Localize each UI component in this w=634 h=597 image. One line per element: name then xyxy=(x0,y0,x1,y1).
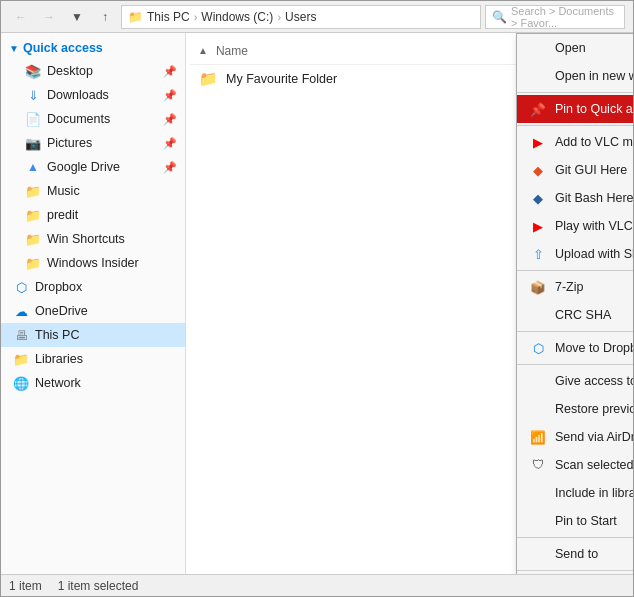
context-menu: Open Open in new window 📌 Pin to Quick a… xyxy=(516,33,633,574)
ctx-item-upload-sharex[interactable]: ⇧ Upload with ShareX xyxy=(517,240,633,268)
address-part: This PC xyxy=(147,10,190,24)
pin-icon: 📌 xyxy=(529,100,547,118)
file-name: My Favourite Folder xyxy=(226,72,337,86)
sidebar-item-downloads[interactable]: ⇓ Downloads 📌 xyxy=(1,83,185,107)
ctx-label: Scan selected items for viruses xyxy=(555,458,633,472)
pin-icon: 📌 xyxy=(163,161,177,174)
sidebar-item-win-shortcuts[interactable]: 📁 Win Shortcuts xyxy=(1,227,185,251)
ctx-item-open-new-window[interactable]: Open in new window xyxy=(517,62,633,90)
sidebar-item-music[interactable]: 📁 Music xyxy=(1,179,185,203)
ctx-item-send-airdroid[interactable]: 📶 Send via AirDroid xyxy=(517,423,633,451)
ctx-label: Pin to Start xyxy=(555,514,633,528)
recent-button[interactable]: ▼ xyxy=(65,5,89,29)
ctx-separator xyxy=(517,570,633,571)
ctx-item-crc-sha[interactable]: CRC SHA ► xyxy=(517,301,633,329)
ctx-item-pin-quick-access[interactable]: 📌 Pin to Quick access xyxy=(517,95,633,123)
statusbar: 1 item 1 item selected xyxy=(1,574,633,596)
sidebar-item-this-pc[interactable]: 🖶 This PC xyxy=(1,323,185,347)
sidebar-item-documents[interactable]: 📄 Documents 📌 xyxy=(1,107,185,131)
ctx-item-play-vlc[interactable]: ▶ Play with VLC media player xyxy=(517,212,633,240)
item-count: 1 item xyxy=(9,579,42,593)
back-button[interactable]: ← xyxy=(9,5,33,29)
network-icon: 🌐 xyxy=(13,375,29,391)
sidebar-item-label: Music xyxy=(47,184,177,198)
ctx-item-include-library[interactable]: Include in library ► xyxy=(517,479,633,507)
music-icon: 📁 xyxy=(25,183,41,199)
pin-icon: 📌 xyxy=(163,65,177,78)
libraries-icon: 📁 xyxy=(13,351,29,367)
separator: › xyxy=(277,11,281,23)
shortcuts-icon: 📁 xyxy=(25,231,41,247)
sidebar: ▼ Quick access 📚 Desktop 📌 ⇓ Downloads 📌… xyxy=(1,33,186,574)
ctx-label: Play with VLC media player xyxy=(555,219,633,233)
vlc-play-icon: ▶ xyxy=(529,217,547,235)
this-pc-icon: 🖶 xyxy=(13,327,29,343)
ctx-item-add-to-vlc[interactable]: ▶ Add to VLC media player's Playlist xyxy=(517,128,633,156)
sidebar-section-label: Quick access xyxy=(23,41,103,55)
sidebar-section-quick-access[interactable]: ▼ Quick access xyxy=(1,37,185,59)
sidebar-item-label: This PC xyxy=(35,328,177,342)
ctx-item-pin-start[interactable]: Pin to Start xyxy=(517,507,633,535)
ctx-separator xyxy=(517,537,633,538)
ctx-item-git-bash[interactable]: ◆ Git Bash Here xyxy=(517,184,633,212)
ctx-item-restore-previous[interactable]: Restore previous versions xyxy=(517,395,633,423)
ctx-item-cut[interactable]: Cut xyxy=(517,573,633,574)
sidebar-item-label: Windows Insider xyxy=(47,256,177,270)
ctx-label: Add to VLC media player's Playlist xyxy=(555,135,633,149)
airdroid-icon: 📶 xyxy=(529,428,547,446)
search-box[interactable]: 🔍 Search > Documents > Favor... xyxy=(485,5,625,29)
folder-icon: 📁 xyxy=(198,69,218,89)
sidebar-item-label: Documents xyxy=(47,112,157,126)
git-bash-icon: ◆ xyxy=(529,189,547,207)
sidebar-item-label: Dropbox xyxy=(35,280,177,294)
sidebar-item-windows-insider[interactable]: 📁 Windows Insider xyxy=(1,251,185,275)
sidebar-item-label: predit xyxy=(47,208,177,222)
git-gui-icon: ◆ xyxy=(529,161,547,179)
sidebar-item-dropbox[interactable]: ⬡ Dropbox xyxy=(1,275,185,299)
search-placeholder: Search > Documents > Favor... xyxy=(511,5,618,29)
selected-count: 1 item selected xyxy=(58,579,139,593)
ctx-label: Move to Dropbox xyxy=(555,341,633,355)
predit-icon: 📁 xyxy=(25,207,41,223)
ctx-item-open[interactable]: Open xyxy=(517,34,633,62)
ctx-label: CRC SHA xyxy=(555,308,633,322)
sidebar-item-predit[interactable]: 📁 predit xyxy=(1,203,185,227)
ctx-label: Git GUI Here xyxy=(555,163,633,177)
ctx-item-give-access[interactable]: Give access to ► xyxy=(517,367,633,395)
ctx-item-7zip[interactable]: 📦 7-Zip ► xyxy=(517,273,633,301)
up-button[interactable]: ↑ xyxy=(93,5,117,29)
content-area: ▲ Name 📁 My Favourite Folder Open Open i… xyxy=(186,33,633,574)
sidebar-item-desktop[interactable]: 📚 Desktop 📌 xyxy=(1,59,185,83)
forward-button[interactable]: → xyxy=(37,5,61,29)
address-bar[interactable]: 📁 This PC › Windows (C:) › Users xyxy=(121,5,481,29)
ctx-item-move-dropbox[interactable]: ⬡ Move to Dropbox xyxy=(517,334,633,362)
ctx-label: Pin to Quick access xyxy=(555,102,633,116)
ctx-label: Include in library xyxy=(555,486,633,500)
ctx-label: Restore previous versions xyxy=(555,402,633,416)
documents-icon: 📄 xyxy=(25,111,41,127)
sidebar-item-network[interactable]: 🌐 Network xyxy=(1,371,185,395)
ctx-item-send-to[interactable]: Send to ► xyxy=(517,540,633,568)
sidebar-item-label: Network xyxy=(35,376,177,390)
ctx-label: Send to xyxy=(555,547,633,561)
titlebar: ← → ▼ ↑ 📁 This PC › Windows (C:) › Users… xyxy=(1,1,633,33)
ctx-separator xyxy=(517,331,633,332)
collapse-icon: ▼ xyxy=(9,43,19,54)
dropbox-icon: ⬡ xyxy=(529,339,547,357)
ctx-label: Send via AirDroid xyxy=(555,430,633,444)
ctx-separator xyxy=(517,364,633,365)
sidebar-item-google-drive[interactable]: ▲ Google Drive 📌 xyxy=(1,155,185,179)
ctx-item-scan-viruses[interactable]: 🛡 Scan selected items for viruses xyxy=(517,451,633,479)
folder-icon: 📁 xyxy=(128,10,143,24)
google-drive-icon: ▲ xyxy=(25,159,41,175)
ctx-item-git-gui[interactable]: ◆ Git GUI Here xyxy=(517,156,633,184)
sidebar-item-libraries[interactable]: 📁 Libraries xyxy=(1,347,185,371)
dropbox-icon: ⬡ xyxy=(13,279,29,295)
crc-icon xyxy=(529,306,547,324)
separator: › xyxy=(194,11,198,23)
sidebar-item-pictures[interactable]: 📷 Pictures 📌 xyxy=(1,131,185,155)
ctx-label: Upload with ShareX xyxy=(555,247,633,261)
give-access-icon xyxy=(529,372,547,390)
sidebar-item-onedrive[interactable]: ☁ OneDrive xyxy=(1,299,185,323)
sidebar-item-label: Desktop xyxy=(47,64,157,78)
